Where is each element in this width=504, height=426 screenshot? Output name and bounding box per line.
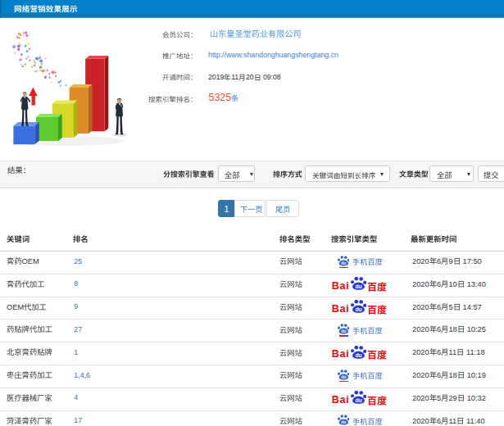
svg-text:du: du [341, 420, 346, 424]
svg-text:du: du [356, 352, 362, 358]
svg-text:du: du [341, 329, 346, 333]
svg-text:du: du [341, 374, 346, 378]
svg-text:du: du [356, 397, 362, 403]
svg-text:du: du [341, 261, 346, 265]
svg-text:du: du [356, 306, 362, 312]
svg-text:du: du [356, 283, 362, 289]
